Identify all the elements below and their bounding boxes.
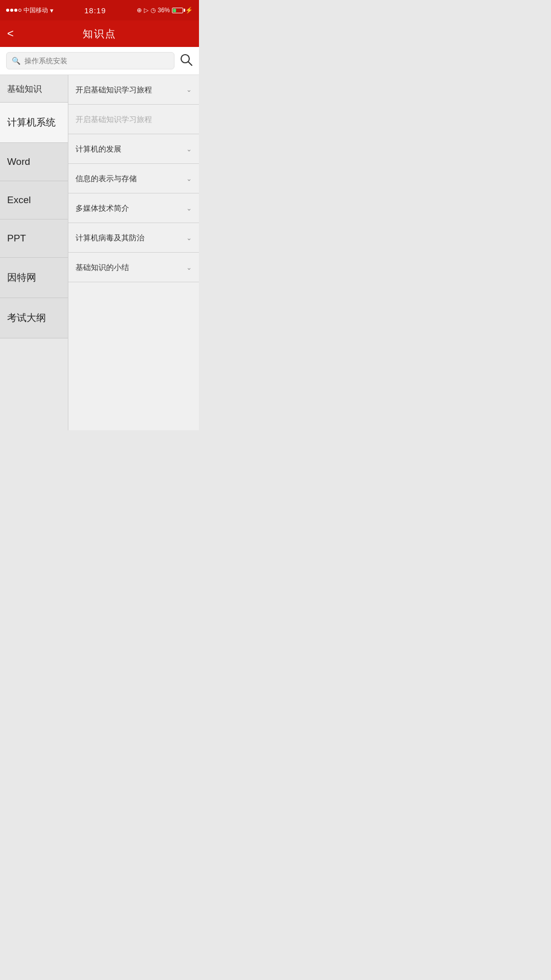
header: < 知识点 [0,20,199,47]
battery-fill [173,9,176,12]
right-item-start-journey-1[interactable]: 开启基础知识学习旅程 ⌄ [68,75,199,105]
sidebar-item-internet[interactable]: 因特网 [0,257,68,298]
right-item-text-2: 开启基础知识学习旅程 [76,114,192,125]
chevron-up-icon-3: ⌃ [186,145,192,153]
search-button[interactable] [180,53,193,68]
sidebar-item-excel[interactable]: Excel [0,181,68,219]
back-button[interactable]: < [7,28,14,39]
right-item-text-6: 计算机病毒及其防治 [76,232,182,243]
right-item-text-4: 信息的表示与存储 [76,173,182,184]
signal-dots [6,9,21,12]
chevron-up-icon-6: ⌃ [186,234,192,241]
carrier-label: 中国移动 [23,6,48,15]
search-input[interactable] [24,57,169,65]
search-input-container[interactable]: 🔍 [6,52,174,69]
search-bar-wrapper: 🔍 [0,47,199,75]
location-icon: ⊕ [137,7,142,14]
charge-icon: ⚡ [185,7,193,14]
signal-dot-3 [14,9,17,12]
right-item-summary[interactable]: 基础知识的小结 ⌃ [68,253,199,282]
right-item-text-5: 多媒体技术简介 [76,203,182,213]
chevron-up-icon-7: ⌃ [186,263,192,271]
battery-icon [172,8,183,13]
right-item-start-journey-2[interactable]: 开启基础知识学习旅程 [68,105,199,134]
right-item-text-3: 计算机的发展 [76,143,182,154]
chevron-down-icon-1: ⌄ [186,86,192,93]
right-item-info-represent[interactable]: 信息的表示与存储 ⌃ [68,164,199,193]
svg-line-1 [188,62,192,65]
status-left: 中国移动 ▾ [6,6,54,15]
status-time: 18:19 [84,6,106,15]
battery-container [172,8,183,13]
sidebar: 基础知识 计算机系统 Word Excel PPT 因特网 考试大纲 [0,75,68,430]
right-item-computer-dev[interactable]: 计算机的发展 ⌃ [68,134,199,164]
status-bar: 中国移动 ▾ 18:19 ⊕ ▷ ◷ 36% ⚡ [0,0,199,20]
page-title: 知识点 [83,27,116,41]
chevron-up-icon-5: ⌃ [186,204,192,212]
chevron-up-icon-4: ⌃ [186,175,192,182]
sidebar-item-computer-system[interactable]: 计算机系统 [0,102,68,142]
bottom-area [0,430,199,532]
right-item-text-1: 开启基础知识学习旅程 [76,84,182,95]
sidebar-item-ppt[interactable]: PPT [0,219,68,257]
signal-dot-4 [18,9,21,12]
alarm-icon: ◷ [151,7,156,14]
signal-dot-1 [6,9,9,12]
search-small-icon: 🔍 [12,57,20,65]
right-item-multimedia[interactable]: 多媒体技术简介 ⌃ [68,193,199,223]
right-item-text-7: 基础知识的小结 [76,262,182,273]
right-item-virus[interactable]: 计算机病毒及其防治 ⌃ [68,223,199,253]
signal-dot-2 [10,9,13,12]
status-right: ⊕ ▷ ◷ 36% ⚡ [137,7,193,14]
battery-percent: 36% [158,7,170,14]
wifi-icon: ▾ [50,7,54,14]
right-panel: 开启基础知识学习旅程 ⌄ 开启基础知识学习旅程 计算机的发展 ⌃ 信息的表示与存… [68,75,199,430]
sidebar-item-word[interactable]: Word [0,142,68,181]
sidebar-item-exam-outline[interactable]: 考试大纲 [0,298,68,338]
main-content: 基础知识 计算机系统 Word Excel PPT 因特网 考试大纲 开启基础知… [0,75,199,430]
navigation-icon: ▷ [144,7,148,14]
sidebar-section-header: 基础知识 [0,75,68,102]
